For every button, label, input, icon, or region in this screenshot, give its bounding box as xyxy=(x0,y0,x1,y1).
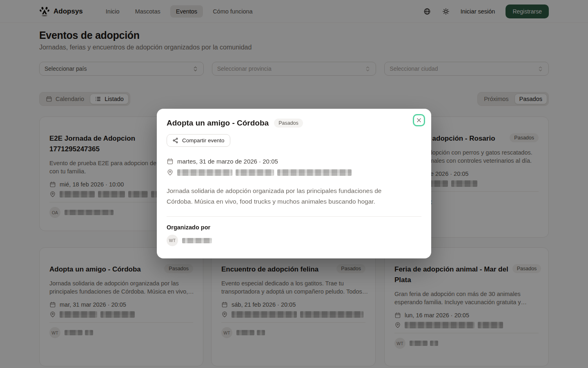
close-icon xyxy=(416,117,422,123)
status-badge: Pasados xyxy=(274,119,303,128)
modal-header: Adopta un amigo - Córdoba Pasados xyxy=(167,119,421,128)
share-icon xyxy=(172,137,178,144)
redacted-organizer-name xyxy=(182,238,212,243)
organizer-avatar: WT xyxy=(167,235,178,246)
divider xyxy=(167,216,421,217)
modal-location-row xyxy=(167,169,421,176)
redacted-location xyxy=(177,169,352,176)
modal-organizer-row: WT xyxy=(167,235,421,246)
map-pin-icon xyxy=(167,169,174,176)
modal-description: Jornada solidaria de adopción organizada… xyxy=(167,186,421,207)
organized-by-label: Organizado por xyxy=(167,224,421,231)
modal-date-row: martes, 31 de marzo de 2026 · 20:05 xyxy=(167,158,421,165)
close-button[interactable] xyxy=(413,114,425,126)
modal-title: Adopta un amigo - Córdoba xyxy=(167,119,269,128)
share-event-button[interactable]: Compartir evento xyxy=(167,134,230,147)
event-detail-modal: Adopta un amigo - Córdoba Pasados Compar… xyxy=(157,109,431,258)
calendar-icon xyxy=(167,158,174,165)
modal-datetime: martes, 31 de marzo de 2026 · 20:05 xyxy=(177,158,278,165)
